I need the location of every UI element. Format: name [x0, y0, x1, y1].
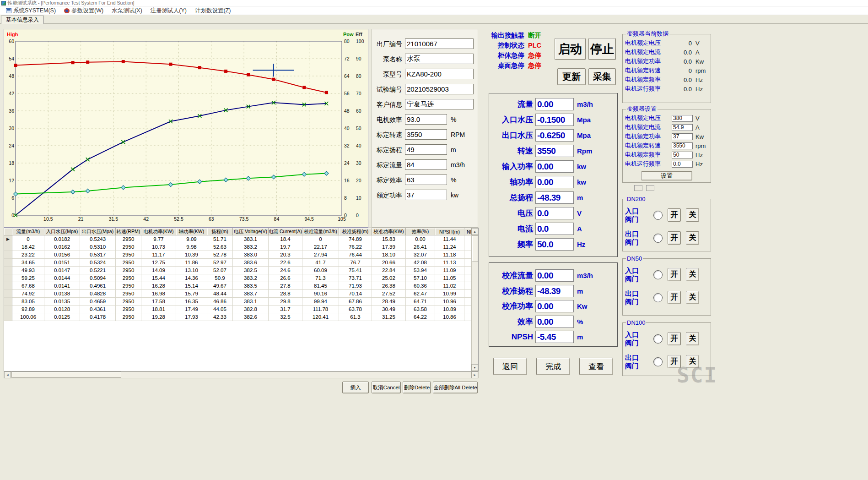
view-button[interactable]: 查看: [579, 358, 613, 375]
collect-button[interactable]: 采集: [588, 68, 616, 85]
info-field-input[interactable]: [405, 175, 447, 185]
scroll-down-icon[interactable]: ▼: [471, 364, 478, 371]
delete-all-button[interactable]: 全部删除All Delete: [433, 382, 478, 393]
scroll-left-icon[interactable]: ◄: [4, 371, 11, 378]
column-header[interactable]: 流量(m3/h): [12, 228, 44, 235]
insert-button[interactable]: 插入: [342, 382, 369, 393]
inverter-setting-input[interactable]: [672, 115, 693, 122]
measure-value-box[interactable]: 0.00: [535, 160, 574, 173]
column-header[interactable]: 电机功率(KW): [141, 228, 176, 235]
info-field-input[interactable]: [405, 159, 447, 170]
finish-button[interactable]: 完成: [536, 358, 570, 375]
info-field-input[interactable]: [405, 99, 474, 109]
table-row[interactable]: 18.420.01620.5310295010.739.9852.63383.2…: [4, 243, 471, 251]
table-row[interactable]: ▶00.01820.524329509.779.0951.71383.118.4…: [4, 235, 471, 243]
column-header[interactable]: 转速(RPM): [116, 228, 141, 235]
apply-settings-button[interactable]: 设置: [641, 171, 692, 180]
table-row[interactable]: 67.680.01410.4961295016.2815.1449.67383.…: [4, 282, 471, 290]
measure-value-box[interactable]: 0.00: [535, 176, 574, 188]
info-field-input[interactable]: [405, 54, 474, 64]
table-row[interactable]: 92.890.01280.4361295018.8117.4944.05382.…: [4, 305, 471, 313]
valve-status-radio[interactable]: [653, 211, 663, 220]
measure-value-box[interactable]: -5.45: [535, 331, 574, 343]
column-header[interactable]: 校准扬程(m): [339, 228, 372, 235]
menu-item-1[interactable]: 系统SYSTEM(S): [2, 6, 60, 15]
valve-open-button[interactable]: 开: [668, 208, 681, 222]
valve-close-button[interactable]: 关: [686, 208, 699, 222]
inverter-setting-input[interactable]: [672, 152, 693, 158]
info-field-input[interactable]: [405, 84, 474, 94]
measure-value-box[interactable]: -0.1500: [535, 114, 574, 126]
table-row[interactable]: 23.220.01560.5317295011.1710.3952.78383.…: [4, 251, 471, 259]
table-row[interactable]: 59.250.01440.5094295015.4414.3650.9383.2…: [4, 274, 471, 282]
measure-value-box[interactable]: 50.0: [535, 238, 574, 251]
back-button[interactable]: 返回: [493, 358, 527, 375]
inverter-setting-input[interactable]: [672, 124, 693, 131]
measure-value-box[interactable]: 0.00: [535, 269, 574, 282]
info-field-input[interactable]: [405, 114, 447, 125]
measure-value-box[interactable]: 0.00: [535, 300, 574, 312]
valve-status-radio[interactable]: [653, 357, 663, 366]
column-header[interactable]: 校准流量(m3/h): [302, 228, 339, 235]
info-field-input[interactable]: [405, 144, 447, 155]
horizontal-scroll-thumb[interactable]: [11, 371, 121, 378]
column-header[interactable]: 电流 Current(A): [269, 228, 302, 235]
table-row[interactable]: 100.060.01250.4178295019.2817.9342.33382…: [4, 313, 471, 321]
inverter-setting-input[interactable]: [672, 142, 693, 149]
info-field-input[interactable]: [405, 129, 447, 140]
valve-close-button[interactable]: 关: [686, 332, 699, 345]
valve-close-button[interactable]: 关: [686, 231, 699, 245]
menu-item-5[interactable]: 计划数设置(Z): [191, 6, 235, 15]
column-header[interactable]: 效率(%): [406, 228, 435, 235]
update-button[interactable]: 更新: [557, 68, 586, 85]
measure-value-box[interactable]: -48.39: [535, 191, 574, 204]
vertical-scroll-thumb[interactable]: [472, 235, 478, 262]
pump-curve-chart[interactable]: 6054484236302418126010.52131.54252.56373…: [4, 29, 368, 228]
horizontal-scrollbar[interactable]: ◄ ►: [4, 371, 479, 378]
valve-open-button[interactable]: 开: [668, 268, 681, 281]
column-header[interactable]: 出口水压(Mpa): [80, 228, 116, 235]
column-header[interactable]: 扬程(m): [207, 228, 233, 235]
valve-open-button[interactable]: 开: [668, 291, 681, 304]
valve-open-button[interactable]: 开: [668, 332, 681, 345]
measure-value-box[interactable]: 3550: [535, 145, 574, 157]
menu-item-3[interactable]: 水泵测试(X): [108, 6, 146, 15]
valve-status-radio[interactable]: [653, 334, 663, 344]
menu-item-2[interactable]: 参数设置(W): [60, 6, 108, 15]
measure-value-box[interactable]: 0.0: [535, 223, 574, 235]
valve-status-radio[interactable]: [653, 234, 663, 243]
vertical-scrollbar[interactable]: ▲ ▼: [471, 228, 478, 371]
cancel-button[interactable]: 取消Cancel: [372, 382, 401, 393]
scroll-right-icon[interactable]: ►: [471, 371, 478, 378]
menu-item-4[interactable]: 注册测试人(Y): [146, 6, 191, 15]
table-row[interactable]: 74.920.01380.4828295016.9815.7948.44383.…: [4, 290, 471, 298]
measure-value-box[interactable]: 0.00: [535, 316, 574, 328]
table-row[interactable]: 34.650.01510.5324295012.7511.8652.97383.…: [4, 259, 471, 267]
info-field-input[interactable]: [405, 190, 447, 200]
valve-open-button[interactable]: 开: [668, 231, 681, 245]
stop-button[interactable]: 停止: [588, 38, 616, 60]
table-row[interactable]: 49.930.01470.5221295014.0913.1052.07382.…: [4, 267, 471, 274]
scroll-up-icon[interactable]: ▲: [471, 228, 478, 235]
column-header[interactable]: NPSH(m): [435, 228, 464, 235]
valve-close-button[interactable]: 关: [686, 291, 699, 304]
info-field-input[interactable]: [405, 38, 474, 49]
valve-status-radio[interactable]: [653, 270, 663, 279]
measure-value-box[interactable]: 0.0: [535, 207, 574, 219]
column-header[interactable]: NPSH: [464, 228, 471, 235]
column-header[interactable]: 轴功率(KW): [176, 228, 207, 235]
measure-value-box[interactable]: 0.00: [535, 98, 574, 110]
inverter-setting-input[interactable]: [672, 161, 693, 168]
measure-value-box[interactable]: -0.6250: [535, 129, 574, 142]
table-row[interactable]: 83.050.01350.4659295017.5816.3546.86383.…: [4, 298, 471, 305]
valve-close-button[interactable]: 关: [686, 268, 699, 281]
tab-basic-info[interactable]: 基本信息录入: [1, 16, 44, 24]
info-field-input[interactable]: [405, 69, 474, 79]
column-header[interactable]: 入口水压(Mpa): [44, 228, 80, 235]
start-button[interactable]: 启动: [555, 38, 586, 60]
column-header[interactable]: 电压 Voltage(V): [233, 228, 269, 235]
column-header[interactable]: 校准功率(KW): [372, 228, 406, 235]
measure-value-box[interactable]: -48.39: [535, 285, 574, 297]
delete-button[interactable]: 删除Delete: [403, 382, 431, 393]
inverter-setting-input[interactable]: [672, 133, 693, 140]
